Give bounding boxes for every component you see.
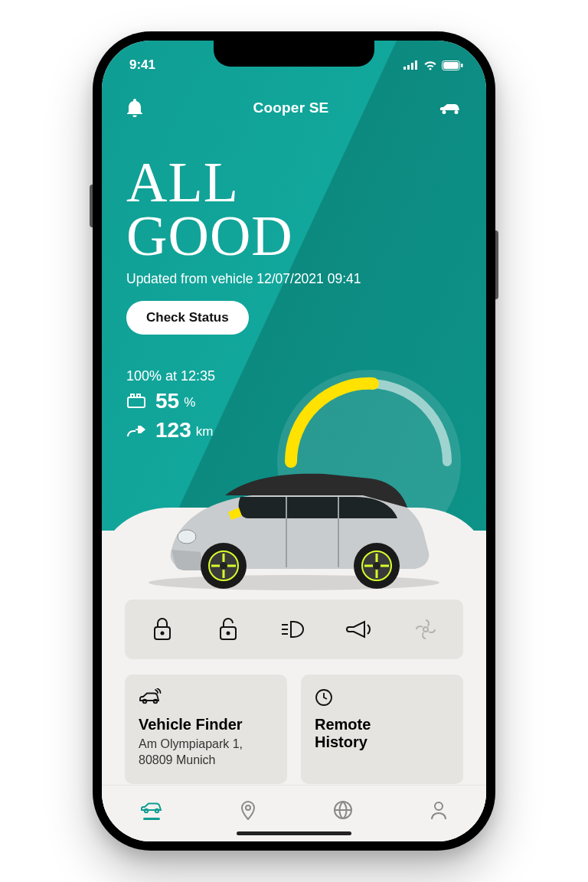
tab-vehicle[interactable] bbox=[140, 799, 163, 820]
bell-icon bbox=[126, 99, 143, 117]
svg-rect-0 bbox=[403, 67, 406, 70]
svg-point-40 bbox=[246, 805, 250, 810]
svg-point-19 bbox=[143, 700, 147, 704]
quick-actions bbox=[125, 599, 463, 659]
vehicle-title[interactable]: Cooper SE bbox=[253, 100, 329, 116]
battery-unit: % bbox=[184, 395, 195, 413]
unlock-icon bbox=[216, 616, 240, 642]
status-indicators bbox=[403, 60, 463, 70]
horn-icon bbox=[346, 619, 374, 639]
vehicle-selector-button[interactable] bbox=[439, 101, 462, 115]
svg-rect-1 bbox=[407, 65, 410, 70]
car-icon bbox=[140, 799, 163, 815]
tab-profile[interactable] bbox=[430, 800, 448, 820]
status-headline: ALL GOOD bbox=[126, 155, 462, 263]
globe-icon bbox=[333, 800, 353, 820]
svg-point-18 bbox=[423, 627, 428, 632]
range-unit: km bbox=[196, 424, 214, 443]
lights-button[interactable] bbox=[261, 599, 327, 659]
person-icon bbox=[430, 800, 448, 820]
lock-button[interactable] bbox=[129, 599, 195, 659]
tab-discover[interactable] bbox=[333, 800, 353, 820]
home-indicator[interactable] bbox=[237, 831, 351, 835]
clock-icon bbox=[315, 688, 333, 707]
horn-button[interactable] bbox=[327, 599, 393, 659]
svg-point-42 bbox=[435, 802, 443, 810]
svg-point-20 bbox=[154, 700, 158, 704]
finder-address: Am Olympiapark 1, 80809 Munich bbox=[139, 737, 273, 769]
status-time: 9:41 bbox=[129, 57, 155, 73]
svg-rect-7 bbox=[128, 397, 145, 407]
svg-rect-3 bbox=[415, 60, 417, 70]
remote-history-card[interactable]: Remote History bbox=[301, 675, 463, 784]
finder-title: Vehicle Finder bbox=[139, 716, 273, 733]
climate-button[interactable] bbox=[393, 599, 459, 659]
battery-pack-icon bbox=[126, 394, 148, 409]
range-value: 123 bbox=[155, 418, 191, 443]
svg-rect-8 bbox=[131, 394, 134, 397]
svg-rect-9 bbox=[137, 394, 140, 397]
car-locate-icon bbox=[139, 688, 162, 705]
headlight-icon bbox=[280, 619, 308, 640]
hero: Cooper SE ALL GOOD Updated from vehicle … bbox=[102, 41, 486, 531]
app-bar: Cooper SE bbox=[126, 87, 462, 129]
history-title: Remote History bbox=[315, 716, 449, 751]
battery-percent: 55 bbox=[155, 389, 179, 413]
battery-icon bbox=[442, 60, 463, 70]
svg-rect-2 bbox=[411, 63, 413, 70]
unlock-button[interactable] bbox=[195, 599, 261, 659]
charging-plug-icon bbox=[126, 423, 148, 438]
vehicle-finder-card[interactable]: Vehicle Finder Am Olympiapark 1, 80809 M… bbox=[125, 675, 287, 784]
car-small-icon bbox=[439, 101, 462, 115]
svg-point-14 bbox=[227, 632, 230, 635]
wifi-icon bbox=[423, 60, 437, 70]
check-status-button[interactable]: Check Status bbox=[126, 301, 249, 335]
svg-rect-6 bbox=[461, 64, 463, 67]
svg-rect-5 bbox=[443, 62, 459, 69]
pin-icon bbox=[240, 800, 256, 820]
notifications-button[interactable] bbox=[126, 99, 143, 117]
lock-icon bbox=[150, 616, 175, 642]
tab-map[interactable] bbox=[240, 800, 256, 820]
fan-icon bbox=[413, 617, 438, 642]
updated-text: Updated from vehicle 12/07/2021 09:41 bbox=[126, 271, 462, 287]
svg-point-12 bbox=[161, 632, 165, 635]
cellular-icon bbox=[403, 60, 419, 70]
